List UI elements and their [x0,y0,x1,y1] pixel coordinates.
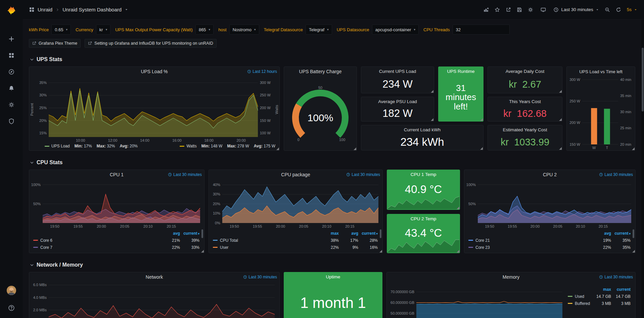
legend-row[interactable]: Core 2119%35% [468,237,631,244]
panel-resize-handle[interactable] [480,147,483,150]
sidebar-create-button[interactable] [0,32,23,46]
panel-time-range[interactable]: Last 30 minutes [243,275,277,279]
variable-value-dropdown[interactable]: kr▾ [96,25,110,35]
panel-time-range[interactable]: Last 30 minutes [168,172,202,177]
panel-title[interactable]: Estimated Yearly Cost [488,125,562,134]
dashboard-settings-button[interactable] [528,7,533,12]
page-title[interactable]: Unraid System Dashboard [62,7,122,12]
sidebar-help-button[interactable] [0,301,23,315]
legend-sort-avg[interactable]: avg [592,231,611,236]
scrollbar-thumb[interactable] [642,48,644,111]
panel-title[interactable]: CPU 1 Temp [387,170,460,179]
panel-title[interactable]: Network [146,274,163,280]
panel-resize-handle[interactable] [632,147,635,150]
variable-value-dropdown[interactable]: 32 [453,25,510,35]
variable-value-dropdown[interactable]: 0.65▾ [51,25,71,35]
legend-row[interactable]: Buffered3 MB3 MB [568,300,631,307]
dashboard-link[interactable]: Setting up Grafana and InfluxDB for UPS … [85,39,217,48]
panel-title[interactable]: Average PSU Load [361,97,434,106]
panel-title[interactable]: Average Daily Cost [488,67,562,76]
panel-time-range[interactable]: Last 30 minutes [599,172,633,177]
panel-resize-handle[interactable] [379,250,382,253]
ups-load-chart[interactable]: 35%30%25%20%15%300 W250 W200 W150 W100 W… [35,76,274,143]
legend-sort-max[interactable]: max [319,231,339,236]
panel-resize-handle[interactable] [431,118,433,121]
grafana-logo[interactable] [4,3,18,17]
panel-title[interactable]: Uptime [284,272,382,281]
panel-title[interactable]: CPU 2 [543,172,557,177]
breadcrumb-folder[interactable]: Unraid [38,7,52,12]
section-header-cpu-stats[interactable]: CPU Stats [30,160,636,166]
legend-scrollbar[interactable] [380,229,381,238]
panel-resize-handle[interactable] [431,90,433,93]
battery-charge-gauge[interactable]: 050100100% [284,76,357,150]
panel-resize-handle[interactable] [354,147,356,150]
panel-title[interactable]: Current UPS Load [361,67,434,76]
panel-title[interactable]: Memory [503,274,520,280]
page-scrollbar[interactable] [641,19,644,318]
panel-resize-handle[interactable] [457,207,459,209]
panel-time-range[interactable]: Last 30 minutes [599,275,633,279]
legend-sort-current[interactable]: current▾ [358,231,378,236]
legend-sort-avg[interactable]: avg [339,231,358,236]
save-dashboard-button[interactable] [517,7,522,12]
panel-resize-handle[interactable] [457,250,459,253]
panel-resize-handle[interactable] [632,250,635,253]
legend-row[interactable]: Core 2322%35% [468,244,631,251]
refresh-button[interactable] [616,7,621,12]
panel-title[interactable]: UPS Runtime [439,67,483,76]
caret-down-icon[interactable] [125,8,128,11]
section-header-network-memory[interactable]: Network / Memory [30,262,636,268]
legend-row[interactable]: CPU Total38%17%28% [213,237,378,244]
variable-value-dropdown[interactable]: 865▾ [195,25,214,35]
variable-value-dropdown[interactable]: Telegraf▾ [306,25,332,35]
network-chart[interactable]: 6.0 MBs4.0 MBs2.0 MBs [29,282,279,318]
share-dashboard-button[interactable] [506,7,511,12]
panel-resize-handle[interactable] [480,118,483,121]
panel-title[interactable]: CPU package [281,172,310,177]
variable-value-dropdown[interactable]: apcupsd-container▾ [372,25,419,35]
sidebar-explore-button[interactable] [0,65,23,79]
refresh-interval-picker[interactable]: 5s [627,7,637,12]
cpu2-chart[interactable]: 100%50%19:5019:5520:0020:0520:1020:15 [464,179,635,229]
panel-title[interactable]: UPS Load % [141,69,168,74]
legend-sort-avg[interactable]: avg [160,231,180,236]
dashboard-menu-icon[interactable] [29,7,35,12]
section-header-ups-stats[interactable]: UPS Stats [30,56,636,62]
panel-resize-handle[interactable] [276,147,279,150]
sidebar-alerting-button[interactable] [0,82,23,95]
panel-title[interactable]: UPS Battery Charge [299,69,342,74]
sidebar-server-admin-button[interactable] [0,115,23,128]
mark-as-favorite-button[interactable] [495,7,500,12]
legend-row[interactable]: Core 621%39% [33,237,199,244]
variable-value-dropdown[interactable]: Nostromo▾ [229,25,259,35]
panel-title[interactable]: This Years Cost [488,97,562,106]
add-panel-button[interactable] [484,7,489,12]
cpu1-chart[interactable]: 100%50%19:5019:5520:0020:0520:1020:15 [29,179,204,229]
legend-row[interactable]: User22%9%16% [213,244,378,251]
panel-title[interactable]: UPS Load vs Time left [579,69,623,74]
sidebar-configuration-button[interactable] [0,98,23,111]
panel-time-range[interactable]: Last 12 hours [247,69,277,74]
legend-item[interactable]: WattsMin: 148 WMax: 278 WAvg: 175 W [180,144,275,148]
panel-resize-handle[interactable] [559,147,562,150]
legend-scrollbar[interactable] [201,229,203,238]
panel-title[interactable]: CPU 2 Temp [387,214,460,223]
sidebar-user-profile-button[interactable] [0,284,23,297]
legend-scrollbar[interactable] [633,229,634,238]
legend-item[interactable]: UPS LoadMin: 17%Max: 32%Avg: 20% [45,144,138,148]
legend-sort-current[interactable]: current▾ [180,231,199,236]
legend-sort-current[interactable]: current▾ [611,231,631,236]
dashboard-link[interactable]: Grafana Plex Theme [29,39,81,48]
panel-title[interactable]: Current Load kWh [361,125,483,134]
panel-resize-handle[interactable] [559,90,562,93]
legend-row[interactable]: Core 722%33% [33,244,199,251]
time-range-picker[interactable]: Last 30 minutes [553,7,599,12]
legend-sort-max[interactable]: max [592,287,611,292]
ups-load-vs-time-chart[interactable]: 300 W250 W200 W150 W40 min35 min30 min25… [567,76,635,150]
zoom-out-time-button[interactable] [605,7,610,12]
cycle-view-mode-button[interactable] [541,7,546,12]
memory-chart[interactable]: 70.000000 GB60.000000 GB50.000000 GB [387,282,566,318]
panel-resize-handle[interactable] [201,250,204,253]
cpu-package-chart[interactable]: 40%30%20%10%0%19:5019:5520:0020:0520:102… [209,179,382,229]
